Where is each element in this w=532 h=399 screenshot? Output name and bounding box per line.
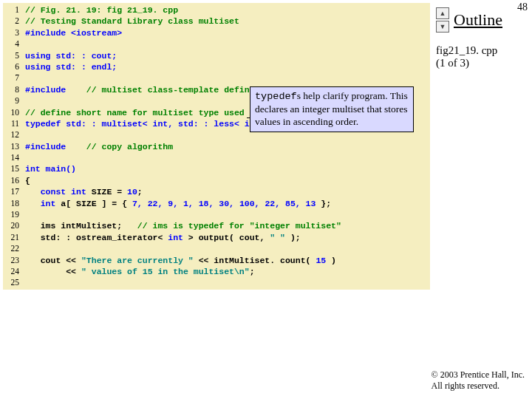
copyright-line2: All rights reserved.: [432, 381, 499, 391]
line-number: 13: [4, 141, 19, 152]
code-line: using std: : endl;: [25, 61, 427, 72]
line-number: 8: [4, 84, 19, 95]
line-number: 4: [4, 38, 19, 50]
line-number: 18: [4, 198, 19, 209]
line-number-gutter: 1234567891011121314151617181920212223242…: [3, 3, 22, 290]
code-line: std: : ostream_iterator< int > output( c…: [25, 232, 427, 243]
line-number: 25: [4, 277, 19, 288]
code-line: [25, 152, 427, 163]
line-number: 19: [4, 209, 19, 220]
code-line: // Testing Standard Library class multis…: [25, 16, 427, 27]
line-number: 2: [4, 16, 19, 27]
code-line: [25, 72, 427, 83]
line-number: 20: [4, 220, 19, 231]
line-number: 3: [4, 27, 19, 38]
outline-block: ▲ ▼ Outline: [436, 7, 502, 33]
code-line: #include // copy algorithm: [25, 141, 427, 152]
copyright: © 2003 Prentice Hall, Inc. All rights re…: [432, 369, 525, 392]
line-number: 12: [4, 129, 19, 140]
nav-buttons: ▲ ▼: [436, 7, 449, 33]
line-number: 6: [4, 61, 19, 72]
line-number: 5: [4, 50, 19, 61]
code-line: // Fig. 21. 19: fig 21_19. cpp: [25, 4, 427, 16]
line-number: 17: [4, 186, 19, 197]
line-number: 7: [4, 72, 19, 83]
line-number: 10: [4, 107, 19, 118]
code-line: [25, 277, 427, 288]
line-number: 15: [4, 163, 19, 174]
code-line: using std: : cout;: [25, 50, 427, 61]
file-label: fig21_19. cpp (1 of 3): [436, 44, 497, 69]
code-line: [25, 243, 427, 254]
line-number: 9: [4, 95, 19, 106]
code-panel: 1234567891011121314151617181920212223242…: [3, 3, 430, 290]
line-number: 21: [4, 232, 19, 243]
code-line: const int SIZE = 10;: [25, 186, 427, 197]
code-line: [25, 38, 427, 50]
line-number: 22: [4, 243, 19, 254]
file-name: fig21_19. cpp: [436, 44, 497, 56]
nav-up-button[interactable]: ▲: [436, 7, 449, 19]
slide-number: 48: [517, 1, 528, 13]
code-line: ims intMultiset; // ims is typedef for "…: [25, 220, 427, 231]
copyright-line1: © 2003 Prentice Hall, Inc.: [432, 369, 525, 380]
line-number: 1: [4, 4, 19, 16]
line-number: 24: [4, 266, 19, 277]
code-line: cout << "There are currently " << intMul…: [25, 255, 427, 266]
line-number: 16: [4, 175, 19, 186]
line-number: 14: [4, 152, 19, 163]
line-number: 23: [4, 255, 19, 266]
right-panel: 48 ▲ ▼ Outline fig21_19. cpp (1 of 3): [430, 0, 532, 399]
file-part: (1 of 3): [436, 57, 469, 69]
outline-label: Outline: [454, 10, 502, 30]
line-number: 11: [4, 118, 19, 129]
code-line: << " values of 15 in the multiset\n";: [25, 266, 427, 277]
code-body: // Fig. 21. 19: fig 21_19. cpp// Testing…: [22, 3, 430, 290]
code-line: int main(): [25, 163, 427, 174]
code-line: #include <iostream>: [25, 27, 427, 38]
code-line: int a[ SIZE ] = { 7, 22, 9, 1, 18, 30, 1…: [25, 198, 427, 209]
code-line: {: [25, 175, 427, 186]
nav-down-button[interactable]: ▼: [436, 21, 449, 33]
code-line: [25, 209, 427, 220]
callout-box: typedefs help clarify program. This decl…: [250, 86, 414, 132]
callout-keyword: typedef: [255, 91, 297, 102]
